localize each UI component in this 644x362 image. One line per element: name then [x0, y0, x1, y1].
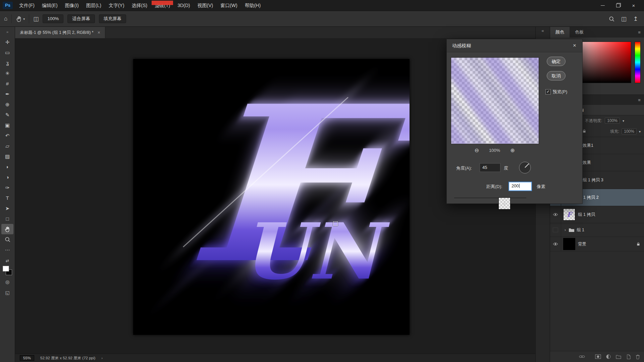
menu-item-3d[interactable]: 3D(D): [174, 0, 194, 11]
group-expander-icon[interactable]: ›: [562, 228, 568, 232]
dialog-title[interactable]: 动感模糊: [447, 39, 582, 52]
adjustment-layer-icon[interactable]: [606, 354, 611, 359]
tab-close-icon[interactable]: ×: [98, 30, 100, 35]
layer-row-group1[interactable]: › 组 1: [550, 223, 644, 237]
foreground-color-swatch[interactable]: [3, 266, 9, 272]
share-icon[interactable]: ↥: [633, 15, 638, 22]
edit-toolbar-button[interactable]: ⋯: [1, 245, 13, 255]
tab-color[interactable]: 颜色: [550, 27, 570, 38]
filter-preview[interactable]: [451, 57, 539, 144]
menu-item-window[interactable]: 窗口(W): [217, 0, 241, 11]
pen-tool[interactable]: ✑: [1, 182, 13, 193]
slider-thumb-icon[interactable]: ▲: [498, 197, 511, 209]
angle-input[interactable]: 45: [480, 163, 500, 172]
zoom-tool[interactable]: [1, 234, 13, 245]
close-button[interactable]: ×: [626, 0, 641, 11]
shape-tool[interactable]: □: [1, 214, 13, 224]
zoom-100-button[interactable]: 100%: [43, 14, 63, 23]
history-brush-tool[interactable]: ↶: [1, 130, 13, 141]
layer-name[interactable]: 组 1: [577, 227, 584, 233]
minimize-button[interactable]: [595, 0, 610, 11]
opacity-dropdown-icon[interactable]: ▾: [623, 119, 624, 123]
ok-button[interactable]: 确定: [547, 57, 566, 66]
swap-colors-icon[interactable]: ⇄: [6, 258, 9, 263]
dodge-tool[interactable]: ◑: [1, 172, 13, 182]
tab-swatches[interactable]: 色板: [570, 27, 589, 38]
visibility-cell[interactable]: [550, 223, 561, 237]
eraser-tool[interactable]: ▱: [1, 141, 13, 151]
path-selection-tool[interactable]: ➤: [1, 203, 13, 214]
menu-item-edit[interactable]: 编辑(E): [38, 0, 61, 11]
status-zoom-input[interactable]: 55%: [20, 355, 34, 361]
quick-selection-tool[interactable]: ✳: [1, 68, 13, 78]
fit-screen-button[interactable]: 适合屏幕: [67, 14, 95, 23]
crop-tool[interactable]: #: [1, 78, 13, 89]
toolbar-collapse[interactable]: »: [0, 27, 15, 37]
angle-dial[interactable]: [517, 160, 533, 175]
current-tool-hand-icon[interactable]: ▾: [16, 16, 25, 22]
hand-tool[interactable]: [1, 224, 13, 234]
artboard[interactable]: F UN F UN: [133, 59, 410, 335]
fill-screen-button[interactable]: 填充屏幕: [99, 14, 126, 23]
link-layers-icon[interactable]: [579, 355, 585, 358]
gradient-tool[interactable]: ▨: [1, 151, 13, 162]
dialog-close-icon[interactable]: ×: [570, 41, 579, 50]
layer-row-background[interactable]: 背景: [550, 237, 644, 251]
new-layer-icon[interactable]: [626, 354, 631, 359]
move-tool[interactable]: ✛: [1, 37, 13, 47]
checkbox-check-icon[interactable]: ✓: [545, 89, 551, 95]
lasso-tool[interactable]: ʓ: [1, 58, 13, 68]
healing-brush-tool[interactable]: ⊕: [1, 99, 13, 110]
restore-button[interactable]: [610, 0, 626, 11]
status-info-chevron[interactable]: ›: [101, 356, 103, 360]
tile-windows-icon[interactable]: ◫: [33, 15, 39, 22]
cancel-button[interactable]: 取消: [547, 71, 566, 80]
layer-name[interactable]: 组 1 拷贝: [578, 212, 595, 218]
fill-dropdown-icon[interactable]: ▾: [639, 130, 641, 133]
menu-item-view[interactable]: 视图(V): [194, 0, 217, 11]
slider-track[interactable]: [454, 198, 526, 199]
new-group-icon[interactable]: [616, 355, 621, 359]
paths-panel-menu-icon[interactable]: ≡: [635, 95, 644, 105]
options-bar: ⌂ ▾ ◫ 100% 适合屏幕 填充屏幕 ◫ ↥: [0, 11, 644, 27]
menu-item-file[interactable]: 文件(F): [15, 0, 38, 11]
delete-layer-icon[interactable]: [636, 354, 640, 359]
expand-panels-icon[interactable]: «: [541, 28, 544, 33]
brush-tool[interactable]: ✎: [1, 110, 13, 120]
workspace-icon[interactable]: ◫: [621, 15, 627, 22]
layer-thumbnail[interactable]: F: [563, 208, 575, 221]
color-swatches[interactable]: [2, 266, 12, 275]
menu-item-help[interactable]: 帮助(H): [241, 0, 264, 11]
layer-row-group1-copy[interactable]: F 组 1 拷贝: [550, 206, 644, 223]
document-tab[interactable]: 未标题-1 @ 55% (组 1 拷贝 2, RGB/8) * ×: [15, 27, 105, 38]
type-tool[interactable]: T: [1, 193, 13, 203]
layer-name[interactable]: 背景: [578, 241, 586, 247]
zoom-in-icon[interactable]: ⊕: [510, 147, 515, 154]
color-panel-menu-icon[interactable]: ≡: [635, 27, 644, 38]
search-icon[interactable]: [609, 16, 614, 22]
preview-checkbox[interactable]: ✓ 预览(P): [545, 89, 567, 95]
lock-all-icon[interactable]: [583, 129, 586, 134]
visibility-toggle[interactable]: [550, 237, 561, 251]
distance-slider[interactable]: ▲: [454, 196, 526, 201]
marquee-tool[interactable]: ▭: [1, 47, 13, 58]
distance-input[interactable]: 200: [508, 182, 532, 191]
add-mask-icon[interactable]: [595, 354, 601, 359]
menu-item-layer[interactable]: 图层(L): [83, 0, 105, 11]
hue-slider[interactable]: [635, 42, 641, 83]
menu-item-filter[interactable]: 滤镜(T): [151, 0, 174, 11]
opacity-value[interactable]: 100%: [605, 118, 620, 124]
zoom-out-icon[interactable]: ⊖: [474, 147, 479, 154]
menu-item-select[interactable]: 选择(S): [128, 0, 151, 11]
screen-mode-icon[interactable]: ◱: [5, 289, 9, 297]
home-icon[interactable]: ⌂: [4, 15, 7, 22]
menu-item-image[interactable]: 图像(I): [61, 0, 83, 11]
blur-tool[interactable]: ◗: [1, 162, 13, 172]
clone-stamp-tool[interactable]: ▣: [1, 120, 13, 130]
quick-mask-icon[interactable]: ◎: [5, 278, 9, 286]
layer-thumbnail[interactable]: [563, 238, 575, 250]
menu-item-type[interactable]: 文字(Y): [105, 0, 128, 11]
visibility-toggle[interactable]: [550, 206, 561, 223]
fill-value[interactable]: 100%: [622, 128, 637, 134]
eyedropper-tool[interactable]: ✒: [1, 89, 13, 99]
